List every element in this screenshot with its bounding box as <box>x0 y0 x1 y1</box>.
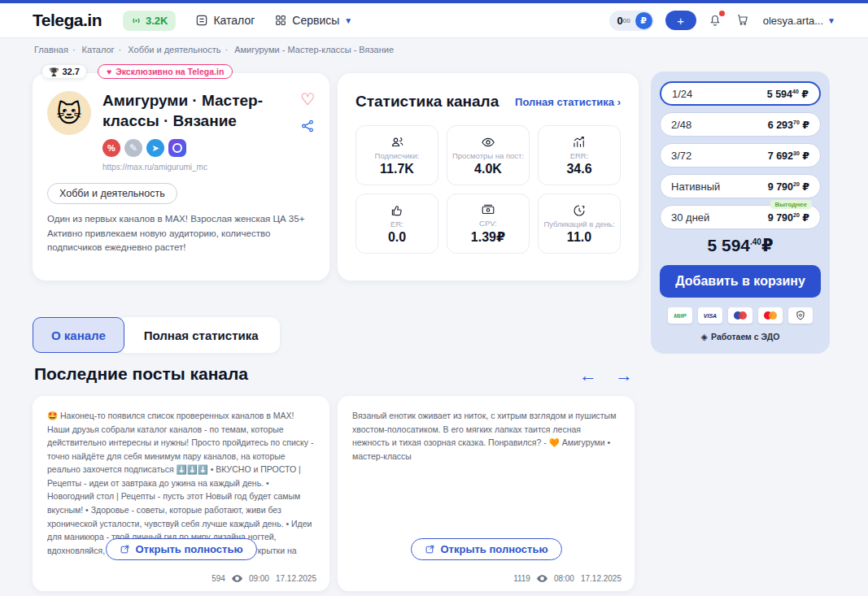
stat-tile-frequency: Публикаций в день: 11.0 <box>538 194 621 254</box>
cart-icon[interactable] <box>735 12 752 28</box>
services-grid-icon <box>274 14 287 27</box>
post-views: 594 <box>212 574 225 583</box>
broadcast-icon <box>131 15 142 26</box>
catalog-icon <box>195 14 208 27</box>
rating-badge: 🏆 32.7 <box>42 65 86 78</box>
full-stats-link[interactable]: Полная статистика › <box>515 96 621 108</box>
exclusive-badge: ♥ Эксклюзивно на Telega.in <box>98 64 233 79</box>
post-card: 🤩 Наконец-то появился список проверенных… <box>33 396 329 591</box>
tab-full-statistics[interactable]: Полная статистика <box>116 317 280 353</box>
edo-gem-icon: ◈ <box>701 332 708 342</box>
chevron-down-icon: ▼ <box>827 16 835 25</box>
price-option-1-24[interactable]: 1/24 5 59440 ₽ <box>660 81 821 106</box>
posts-section-title: Последние посты канала <box>34 364 248 384</box>
max-messenger-icon[interactable] <box>168 139 186 157</box>
next-arrow-icon[interactable]: → <box>615 365 633 386</box>
breadcrumb: Главная· Каталог· Хобби и деятельность· … <box>34 45 394 54</box>
card-logo <box>728 307 752 324</box>
breadcrumb-item[interactable]: Хобби и деятельность <box>128 45 220 54</box>
price-option-2-48[interactable]: 2/48 6 29370 ₽ <box>660 112 821 137</box>
stat-tile-cpv: CPV: 1.39₽ <box>447 194 530 254</box>
post-date: 17.12.2025 <box>276 574 316 583</box>
err-chart-icon <box>572 135 587 150</box>
views-eye-icon <box>537 575 547 582</box>
header: Telega.in 3.2K Каталог Сервисы ▼ 000 ₽ + <box>0 3 868 38</box>
share-icon[interactable] <box>300 119 315 137</box>
channel-tabs: О канале Полная статистика <box>33 317 280 353</box>
nav-services[interactable]: Сервисы ▼ <box>274 14 352 27</box>
prev-arrow-icon[interactable]: ← <box>579 365 597 386</box>
post-time: 09:00 <box>249 574 269 583</box>
stat-tile-views: Просмотры на пост: 4.0K <box>447 125 530 185</box>
open-full-post-button[interactable]: Открыть полностью <box>105 538 256 560</box>
external-link-icon <box>119 544 129 555</box>
channel-page: Telega.in 3.2K Каталог Сервисы ▼ 000 ₽ + <box>0 0 868 596</box>
mir-logo: МИР <box>668 307 692 324</box>
ruble-icon: ₽ <box>635 12 652 29</box>
total-price: 5 594.40₽ <box>660 236 821 255</box>
stat-tile-subscribers: Подписчики: 11.7K <box>355 125 438 185</box>
post-time: 08:00 <box>554 574 574 583</box>
user-menu[interactable]: olesya.arta... ▼ <box>763 15 835 27</box>
views-per-post-icon <box>481 135 495 150</box>
posts-per-day-icon <box>572 203 587 218</box>
channel-title: Амигуруми · Мастер-классы · Вязание <box>103 91 277 131</box>
edo-note: ◈Работаем с ЭДО <box>660 332 821 342</box>
open-full-post-button[interactable]: Открыть полностью <box>410 538 561 560</box>
cpv-banknote-icon <box>481 202 495 217</box>
chevron-down-icon: ▼ <box>344 16 352 25</box>
notification-dot <box>719 11 725 16</box>
breadcrumb-item[interactable]: Главная <box>34 45 68 54</box>
price-option-30-days[interactable]: Выгоднее 30 дней 9 79020 ₽ <box>660 205 821 229</box>
notifications-bell-icon[interactable] <box>708 12 724 28</box>
external-link-icon <box>424 544 434 555</box>
subscribers-icon <box>390 135 404 150</box>
breadcrumb-item[interactable]: Амигуруми - Мастер-классы - Вязание <box>234 45 394 54</box>
stats-icon[interactable]: ✎ <box>124 139 142 157</box>
breadcrumb-item[interactable]: Каталог <box>82 45 115 54</box>
channel-description: Один из первых каналов в MAX! Взрослая ж… <box>47 212 315 254</box>
post-date: 17.12.2025 <box>581 574 622 583</box>
price-option-native[interactable]: Нативный 9 79020 ₽ <box>660 174 821 198</box>
stats-card: Статистика канала Полная статистика › По… <box>338 73 639 281</box>
heart-icon: ♥ <box>107 67 111 76</box>
secure-shield-icon <box>788 307 813 324</box>
stat-tile-err: ERR: 34.6 <box>538 125 621 185</box>
channel-avatar: 🐱 <box>47 91 91 135</box>
mastercard-logo <box>758 307 783 324</box>
stat-tile-er: ER: 0.0 <box>355 194 438 254</box>
channel-url[interactable]: https://max.ru/amigurumi_mc <box>103 163 300 172</box>
top-up-button[interactable]: + <box>665 11 696 30</box>
posts-carousel-nav: ← → <box>579 365 633 386</box>
telegram-icon[interactable]: ➤ <box>146 139 164 157</box>
category-tag[interactable]: Хобби и деятельность <box>47 183 177 204</box>
add-to-cart-button[interactable]: Добавить в корзину <box>660 265 821 298</box>
er-thumbsup-icon <box>390 203 404 218</box>
post-meta: 1119 08:00 17.12.2025 <box>513 574 622 583</box>
channel-card: 🐱 Амигуруми · Мастер-классы · Вязание % … <box>33 73 329 281</box>
visa-logo: VISA <box>698 307 722 324</box>
pricing-panel: 1/24 5 59440 ₽ 2/48 6 29370 ₽ 3/72 7 692… <box>651 72 830 354</box>
views-eye-icon <box>232 575 242 582</box>
tab-about-channel[interactable]: О канале <box>33 317 124 353</box>
nav-catalog[interactable]: Каталог <box>195 14 255 27</box>
discount-percent-icon[interactable]: % <box>103 139 120 157</box>
post-meta: 594 09:00 17.12.2025 <box>212 574 316 583</box>
telega-logo[interactable]: Telega.in <box>33 11 102 30</box>
payment-methods-row: МИР VISA <box>660 307 821 324</box>
trophy-icon: 🏆 <box>49 67 59 76</box>
favorite-heart-icon[interactable]: ♡ <box>300 91 315 107</box>
balance-pill[interactable]: 000 ₽ <box>609 11 654 31</box>
online-counter-badge: 3.2K <box>123 11 176 31</box>
best-value-badge: Выгоднее <box>770 200 812 209</box>
post-card: Вязаный енотик оживает из ниток, с хитры… <box>338 396 635 591</box>
social-icons-row: % ✎ ➤ <box>103 139 300 157</box>
price-option-3-72[interactable]: 3/72 7 69230 ₽ <box>660 143 821 167</box>
stats-title: Статистика канала <box>355 93 499 111</box>
post-views: 1119 <box>513 574 530 583</box>
header-right: 000 ₽ + olesya.arta... ▼ <box>609 11 835 31</box>
